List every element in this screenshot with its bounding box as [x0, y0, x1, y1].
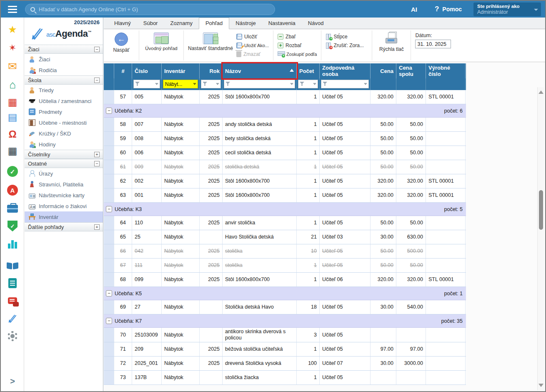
filter-cislo[interactable]: [133, 80, 160, 88]
column-header-cislo[interactable]: Číslo: [132, 63, 162, 78]
collapse-group-icon[interactable]: −: [106, 318, 112, 324]
scroll-up-arrow-icon[interactable]: [538, 89, 543, 94]
table-row[interactable]: 71209Nábytok2025béžová stolička učiteľsk…: [104, 342, 466, 357]
home-icon[interactable]: ⌂: [1, 78, 24, 92]
tab-hlavn[interactable]: Hlavný: [108, 18, 137, 29]
save-button[interactable]: Uložiť: [236, 33, 269, 40]
sidebar-item-invent-r[interactable]: Inventár: [25, 211, 103, 222]
sidebar-item-kr-ky-kd[interactable]: Krúžky / ŠKD: [25, 128, 103, 139]
help-button[interactable]: ? Pomoc: [435, 5, 462, 13]
expand-button[interactable]: +Rozbaľ: [278, 42, 317, 49]
person-icon[interactable]: Ω: [1, 127, 24, 141]
document-icon[interactable]: [1, 276, 24, 290]
logged-in-user-dropdown[interactable]: Ste prihlásený ako Administrátor: [473, 3, 541, 16]
grades-icon[interactable]: A: [1, 183, 24, 197]
table-row[interactable]: 6927NábytokStolička detská Havo18Učiteľ …: [104, 300, 466, 314]
sidebar-section-iaci[interactable]: Žiaci−: [25, 45, 103, 54]
cancel-sort-button[interactable]: ×Zrušiť: Zora...: [326, 42, 364, 49]
column-header-cena_spolu[interactable]: Cena spolu: [396, 63, 426, 78]
notebook-icon[interactable]: ▤: [1, 110, 24, 124]
hamburger-menu-icon[interactable]: [1, 1, 24, 18]
scroll-down-arrow-icon[interactable]: [538, 384, 543, 389]
table-row[interactable]: 67111Nábytok2025stolička1Učiteľ 0550.005…: [104, 259, 466, 273]
table-row[interactable]: 61009Nábytok2025stolička detská1Učiteľ 0…: [104, 160, 466, 174]
column-header-num[interactable]: #: [114, 63, 132, 78]
column-header-nazov[interactable]: Názov: [223, 63, 297, 78]
column-header-gutter[interactable]: [104, 63, 114, 78]
filter-pocet[interactable]: [298, 80, 318, 88]
table-row[interactable]: 6525NábytokHavo Stolička detská21Učiteľ …: [104, 230, 466, 244]
wizard-icon[interactable]: ✶: [0, 39, 25, 57]
table-row[interactable]: 62002Nábytok2025Stôl 1600x800x7001Učiteľ…: [104, 174, 466, 188]
table-row[interactable]: 58007Nábytok2025andy stolička detská1Uči…: [104, 118, 466, 132]
column-header-vyrobne[interactable]: Výrobné číslo: [426, 63, 466, 78]
expand-box-icon[interactable]: +: [94, 224, 100, 230]
table-row[interactable]: 64110Nábytok2025anvir stolička1Učiteľ 05…: [104, 216, 466, 230]
intro-view-button[interactable]: Úvodný pohľad: [143, 31, 179, 51]
group-row-u-eb-a-k7[interactable]: −Učebňa: K7počet: 35: [104, 314, 466, 328]
collapse-box-icon[interactable]: −: [94, 78, 100, 83]
group-by-button[interactable]: +Zoskupiť podľa: [278, 50, 317, 58]
sidebar-section-kola[interactable]: Škola−: [25, 75, 103, 85]
search-input[interactable]: Hľadať v dátach Agendy Online (Ctrl + G): [25, 4, 275, 15]
briefcase-icon[interactable]: [1, 201, 24, 216]
sidebar-item-rodi-ia[interactable]: Rodičia: [25, 65, 103, 75]
collapse-group-icon[interactable]: −: [106, 206, 112, 212]
columns-button[interactable]: +Stĺpce: [326, 33, 364, 40]
tab-n-vod[interactable]: Návod: [302, 18, 330, 29]
sidebar-item-u-ebne-miestnosti[interactable]: Učebne - miestnosti: [25, 117, 103, 128]
mail-icon[interactable]: ✉: [1, 59, 24, 73]
delete-button[interactable]: Zmazať: [236, 50, 269, 58]
tab-s-bor[interactable]: Súbor: [137, 18, 164, 29]
filter-nazov[interactable]: [224, 80, 295, 88]
column-header-osoba[interactable]: Zodpovedná osoba: [320, 63, 371, 78]
column-header-cena[interactable]: Cena: [371, 63, 396, 78]
sidebar-item-inform-cie-o-iakovi[interactable]: Informácie o žiakovi: [25, 201, 103, 211]
chat-icon[interactable]: [1, 294, 24, 308]
table-row[interactable]: 63001Nábytok2025Stôl 1600x800x7001Učiteľ…: [104, 188, 466, 203]
collapse-group-icon[interactable]: −: [106, 108, 112, 114]
sidebar-item-u-itelia-zamestnanci[interactable]: Učitelia / zamestnanci: [25, 95, 103, 106]
collapse-box-icon[interactable]: −: [94, 47, 100, 52]
tab-zoznamy[interactable]: Zoznamy: [164, 18, 198, 29]
ai-button[interactable]: AI: [411, 6, 417, 13]
filter-osoba[interactable]: [321, 80, 369, 88]
date-input[interactable]: [415, 40, 451, 48]
table-row[interactable]: 73137BNábytokstolička žiacka1Učiteľ 05: [104, 371, 466, 385]
sidebar-section-ostatn[interactable]: Ostatné−: [25, 159, 103, 168]
sidebar-item-triedy[interactable]: Triedy: [25, 85, 103, 95]
gear-icon[interactable]: [1, 329, 24, 343]
sidebar-item-n-v-tevn-cke-karty[interactable]: Návštevnícke karty: [25, 190, 103, 201]
calendar-icon[interactable]: ▦: [1, 144, 24, 158]
vertical-scrollbar[interactable]: [537, 87, 544, 390]
library-book-icon[interactable]: [1, 259, 24, 273]
sidebar-section-seln-ky[interactable]: Číselníky+: [25, 150, 103, 159]
table-row[interactable]: 7025103009Nábytokantikoro skrinka dverov…: [104, 328, 466, 342]
sidebar-item-stravn-ci-platitelia[interactable]: Stravníci, Platitelia: [25, 179, 103, 190]
bar-chart-icon[interactable]: [1, 236, 24, 251]
save-as-button[interactable]: Uložiť Ako...: [236, 42, 269, 49]
collapse-group-icon[interactable]: −: [106, 290, 112, 297]
expand-box-icon[interactable]: +: [94, 152, 100, 157]
set-standard-button[interactable]: Nastaviť štandardné: [188, 31, 233, 51]
pencil-icon[interactable]: [1, 312, 24, 326]
sidebar-item-iaci[interactable]: Žiaci: [25, 54, 103, 65]
group-row-u-eb-a-k2[interactable]: −Učebňa: K2počet: 6: [104, 104, 466, 118]
table-row[interactable]: 57005Nábytok2025Stôl 1600x800x7001Učiteľ…: [104, 90, 466, 104]
sidebar-item-razy[interactable]: Úrazy: [25, 168, 103, 179]
group-row-u-eb-a-k5[interactable]: −Učebňa: K5počet: 1: [104, 287, 466, 300]
favorites-icon[interactable]: ★: [1, 23, 24, 37]
group-row-u-eb-a-k3[interactable]: −Učebňa: K3počet: 5: [104, 203, 466, 216]
column-header-pocet[interactable]: Počet: [297, 63, 320, 78]
sidebar-item-predmety[interactable]: Predmety: [25, 106, 103, 117]
timetable-icon[interactable]: ▦: [1, 95, 24, 109]
table-row[interactable]: 66042Nábytok2025stolička10Učiteľ 0550.00…: [104, 244, 466, 259]
column-header-rok[interactable]: Rok: [200, 63, 223, 78]
table-row[interactable]: 68099Nábytok2025Stôl 1600x800x7001Učiteľ…: [104, 273, 466, 287]
collapse-button[interactable]: −Zbaľ: [278, 33, 317, 40]
filter-inventar[interactable]: Nábyt...: [163, 80, 198, 88]
tab-poh-ad[interactable]: Pohľad: [199, 18, 229, 29]
column-header-inventar[interactable]: Inventár: [162, 63, 200, 78]
shield-check-icon[interactable]: ✓: [1, 219, 24, 233]
scrollbar-thumb[interactable]: [539, 190, 543, 230]
